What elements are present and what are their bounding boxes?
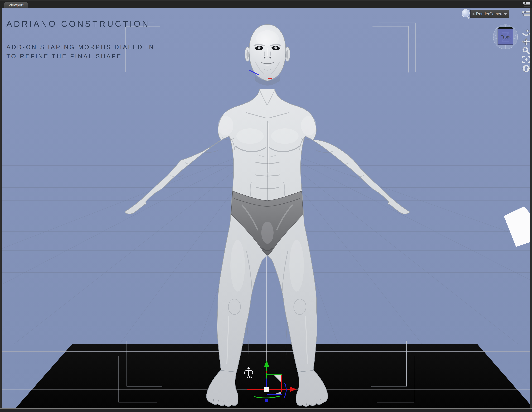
viewport-border-left (0, 7, 2, 412)
frame-tool-button[interactable] (522, 56, 531, 64)
dropdown-caret-icon (504, 13, 507, 15)
pane-tab-bar: Viewport (0, 0, 532, 8)
chevron-down-icon (467, 17, 470, 19)
viewport-canvas[interactable] (2, 8, 530, 408)
floor-platform (15, 344, 530, 408)
scene-subtitle-line2: TO REFINE THE FINAL SHAPE (6, 52, 154, 61)
scene-subtitle: ADD-ON SHAPING MORPHS DIALED IN TO REFIN… (6, 43, 154, 61)
gizmo-center-handle (264, 387, 269, 392)
view-cube-face-label: Front (500, 35, 511, 39)
orbit-tool-button[interactable] (522, 29, 531, 37)
scene-subtitle-line1: ADD-ON SHAPING MORPHS DIALED IN (6, 43, 154, 52)
scene-3d (2, 8, 530, 408)
z-axis-handle (265, 399, 268, 402)
camera-selector-label: RenderCamera (476, 12, 504, 16)
pan-tool-button[interactable] (522, 38, 531, 46)
view-mode-sphere-button[interactable] (461, 8, 471, 20)
pane-options-button[interactable] (522, 10, 531, 17)
viewport-border-bottom (0, 409, 532, 412)
camera-selector-dropdown[interactable]: RenderCamera (470, 10, 509, 18)
reset-home-button[interactable] (522, 64, 531, 73)
tab-viewport[interactable]: Viewport (4, 2, 28, 8)
camera-icon (472, 11, 475, 17)
zoom-tool-button[interactable] (522, 46, 531, 55)
app-window: ADRIANO CONSTRUCTION ADD-ON SHAPING MORP… (0, 0, 532, 412)
view-cube[interactable]: Z Front (490, 22, 524, 55)
viewport-border-right (530, 7, 532, 412)
pane-options-icon-top[interactable] (522, 1, 531, 8)
scene-title: ADRIANO CONSTRUCTION (6, 19, 150, 29)
tab-viewport-label: Viewport (9, 3, 24, 7)
